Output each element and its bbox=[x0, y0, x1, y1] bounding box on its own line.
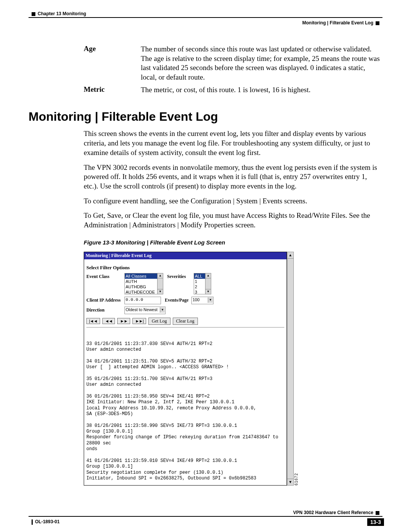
client-ip-input[interactable]: 0.0.0.0 bbox=[124, 297, 161, 304]
para-1: This screen shows the events in the curr… bbox=[84, 129, 382, 157]
event-log-output: 33 01/26/2001 11:23:37.030 SEV=4 AUTH/21… bbox=[86, 341, 284, 482]
page-number: 13-3 bbox=[367, 518, 384, 526]
figure-caption: Figure 13-3 Monitoring | Filterable Even… bbox=[84, 239, 382, 246]
header-chapter: Chapter 13 Monitoring bbox=[32, 11, 86, 16]
filter-heading: Select Filter Options bbox=[86, 265, 284, 271]
label-client-ip: Client IP Address bbox=[86, 297, 124, 303]
events-page-select[interactable]: 100 bbox=[191, 297, 213, 304]
term-metric: Metric bbox=[84, 85, 141, 95]
get-log-button[interactable]: Get Log bbox=[148, 318, 170, 325]
screenshot-scrollbar[interactable]: ▲ ▼ bbox=[287, 252, 294, 486]
footer-ol: OL-1893-01 bbox=[32, 519, 60, 525]
prev-page-button[interactable]: ◄◄ bbox=[102, 318, 115, 324]
severities-listbox[interactable]: ALL 1 2 3 ▲▼ bbox=[194, 273, 211, 294]
next-page-button[interactable]: ►► bbox=[117, 318, 130, 324]
first-page-button[interactable]: |◄◄ bbox=[86, 318, 100, 324]
scroll-up-icon[interactable]: ▲ bbox=[287, 252, 293, 259]
scroll-down-icon[interactable]: ▼ bbox=[287, 479, 293, 485]
label-events-page: Events/Page bbox=[165, 297, 191, 303]
label-severities: Severities bbox=[167, 273, 194, 280]
desc-metric: The metric, or cost, of this route. 1 is… bbox=[141, 85, 382, 95]
label-event-class: Event Class bbox=[86, 273, 124, 280]
screenshot-title: Monitoring | Filterable Event Log bbox=[84, 252, 287, 259]
para-3: To configure event handling, see the Con… bbox=[84, 197, 382, 206]
label-direction: Direction bbox=[86, 307, 124, 313]
image-id: 61672 bbox=[294, 473, 298, 486]
section-title: Monitoring | Filterable Event Log bbox=[29, 110, 382, 124]
para-2: The VPN 3002 records events in nonvolati… bbox=[84, 163, 382, 191]
clear-log-button[interactable]: Clear Log bbox=[173, 318, 198, 325]
direction-select[interactable]: Oldest to Newest bbox=[124, 307, 166, 314]
term-age: Age bbox=[84, 45, 141, 82]
event-class-listbox[interactable]: All Classes AUTH AUTHDBG AUTHDECODE ▲▼ bbox=[124, 273, 163, 294]
desc-age: The number of seconds since this route w… bbox=[141, 45, 382, 82]
footer-doc-title: VPN 3002 Hardware Client Reference bbox=[293, 510, 379, 515]
last-page-button[interactable]: ►►| bbox=[132, 318, 146, 324]
header-breadcrumb: Monitoring | Filterable Event Log bbox=[302, 20, 379, 26]
para-4: To Get, Save, or Clear the event log fil… bbox=[84, 211, 382, 230]
